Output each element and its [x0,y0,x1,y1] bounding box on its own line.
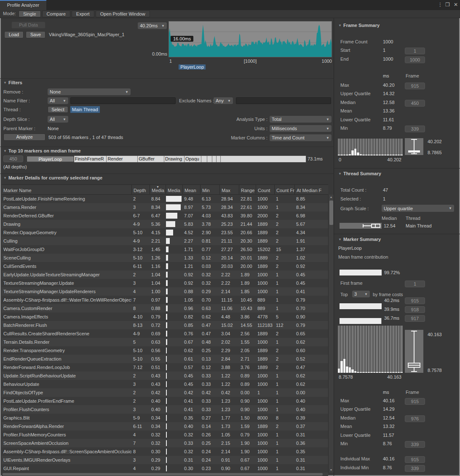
column-header-depth[interactable]: Depth [131,185,150,194]
pull-data-button[interactable]: Pull Data [11,21,45,29]
name-filter-mode-dropdown[interactable]: All▼ [48,97,68,104]
graph-scale-dropdown[interactable]: Upper quartile▼ [382,205,454,212]
table-row[interactable]: Culling4-92.212.270.8121.1120.30188921.9… [2,237,328,245]
table-row[interactable]: GUI.Repaint40.290.300.230.900.67100010.3… [2,464,328,473]
column-header-count-fra[interactable]: Count Fra [274,185,294,194]
top10-segment[interactable] [207,156,212,162]
table-row[interactable]: ScreenSpaceAmbientOcclusion70.320.330.25… [2,439,328,447]
top10-frame-badge[interactable]: 450 [3,155,23,162]
kebab-menu-icon[interactable]: ⋮ [438,2,443,8]
column-header-range[interactable]: Range [239,185,256,194]
analyze-button[interactable]: Analyze [3,134,45,141]
table-row[interactable]: Camera.ImageEffects4-100.790.820.624.483… [2,313,328,321]
goto-frame-button[interactable]: 915 [405,297,425,304]
column-header-min[interactable]: Min [200,185,219,194]
tab-profile-analyzer[interactable]: Profile Analyzer [0,0,46,10]
table-row[interactable]: WaitForJobGroupID3-121.451.710.7727.2726… [2,245,328,254]
remove-dropdown[interactable]: None▼ [48,88,131,95]
top10-segment-render[interactable]: Render [107,156,138,162]
table-row[interactable]: Camera.Render38.348.975.7328.3422.611000… [2,203,328,211]
goto-frame-button[interactable]: 339 [405,465,425,472]
table-horizontal-scrollbar[interactable] [2,473,328,476]
table-row[interactable]: EarlyUpdate.UpdateTextureStreamingManage… [2,270,328,279]
timeline-selected-marker-label[interactable]: PlayerLoop [179,64,206,70]
table-row[interactable]: SceneCulling5-101.261.330.1220.1420.0118… [2,254,328,262]
marker-summary-header[interactable]: ▼Marker Summary [338,237,381,242]
table-row[interactable]: RenderDeferred.GBuffer6-76.477.074.0343.… [2,211,328,220]
mode-button-export[interactable]: Export [72,11,94,17]
top10-header[interactable]: ▼Top 10 markers on median frame [3,148,81,153]
load-button[interactable]: Load [4,31,24,38]
table-row[interactable]: Drawing4-95.365.833.7825.2321.44188925.6… [2,220,328,228]
goto-frame-button[interactable]: 450 [405,100,425,107]
table-row[interactable]: FindObjectsOfType20.420.420.420.420.0011… [2,388,328,397]
frame-summary-header[interactable]: ▼Frame Summary [338,23,380,28]
scroll-up-icon[interactable]: ▲ [329,195,334,200]
table-row[interactable]: PostLateUpdate.ProfilerEndFrame20.400.41… [2,397,328,405]
top-n-dropdown[interactable]: 3▼ [352,291,370,297]
scroll-down-icon[interactable]: ▼ [329,468,334,473]
units-dropdown[interactable]: Milliseconds▼ [270,125,332,132]
table-row[interactable]: PostLateUpdate.FinishFrameRendering28.84… [2,195,328,203]
column-header-mean[interactable]: Mean [182,185,200,194]
column-header-media[interactable]: Media▼ [150,185,166,194]
table-row[interactable]: BatchRenderer.Flush8-130.720.850.4715.02… [2,321,328,329]
maximize-icon[interactable]: ❐ [445,2,450,8]
table-row[interactable]: EndRenderQueueExtraction5-100.550.610.13… [2,355,328,363]
goto-frame-button[interactable]: 915 [405,398,425,405]
table-row[interactable]: Profiler.FlushMemoryCounters40.320.320.2… [2,431,328,439]
table-row[interactable]: TextureStreamingManager.Update31.040.920… [2,279,328,287]
goto-frame-button[interactable]: 339 [405,441,425,448]
top10-segment-finishframer[interactable]: FinishFrameR [74,156,107,162]
table-row[interactable]: Render.OpaqueGeometry5-104.154.522.9023.… [2,228,328,237]
table-row[interactable]: TextureStreamingManager.UpdateRenderers4… [2,287,328,296]
end-frame-button[interactable]: 1000 [405,56,425,63]
table-row[interactable]: Terrain.Details.Render50.630.670.482.021… [2,338,328,346]
exclude-names-input[interactable] [236,97,331,104]
column-header-marker-name[interactable]: Marker Name [2,185,131,194]
mode-button-open-profiler-window[interactable]: Open Profiler Window [96,11,150,17]
table-row[interactable]: Assembly-CSharp-firstpass.dll!::ScreenSp… [2,447,328,456]
table-row[interactable]: RenderForwardAlpha.Render6-110.340.400.1… [2,422,328,431]
table-row[interactable]: BehaviourUpdate30.430.450.331.220.891000… [2,380,328,388]
top10-segment[interactable] [221,156,306,162]
column-header-count[interactable]: Count [256,185,274,194]
top10-segment[interactable] [217,156,221,162]
marker-columns-dropdown[interactable]: Time and Count▼ [270,134,332,141]
scrollbar-thumb[interactable] [3,473,323,476]
goto-frame-button[interactable]: 976 [405,415,425,422]
exclude-mode-dropdown[interactable]: Any▼ [214,97,233,104]
top10-segment[interactable] [212,156,217,162]
table-row[interactable]: CullResults.CreateSharedRendererScene4-9… [2,329,328,338]
top10-segment-playerloop[interactable]: PlayerLoop [27,156,74,162]
table-row[interactable]: Render.TransparentGeometry5-100.560.620.… [2,346,328,355]
timeline-scale-dropdown[interactable]: 40.20ms▼ [138,22,167,29]
top10-segment-opaqu[interactable]: Opaqu [185,156,201,162]
depth-slice-dropdown[interactable]: All▼ [48,116,68,123]
table-vertical-scrollbar[interactable]: ▲ ▼ [328,195,334,473]
top10-segment[interactable] [201,156,207,162]
thread-select-button[interactable]: Select [48,106,68,113]
save-button[interactable]: Save [26,31,45,38]
filters-header[interactable]: ▼Filters [3,80,22,85]
column-header-media[interactable]: Media [166,185,182,194]
name-filter-input[interactable] [70,97,176,104]
goto-frame-button[interactable]: 339 [405,126,425,132]
goto-frame-button[interactable]: 915 [405,83,425,89]
table-row[interactable]: Update.ScriptRunBehaviourUpdate20.430.45… [2,372,328,380]
column-header-max[interactable]: Max [219,185,239,194]
top10-segment-gbuffer[interactable]: GBuffer [138,156,164,162]
goto-frame-button[interactable]: 917 [405,315,425,322]
table-row[interactable]: Assembly-CSharp-firstpass.dll!::WaterTil… [2,296,328,304]
table-row[interactable]: Profiler.FlushCounters30.400.410.331.230… [2,405,328,414]
goto-frame-button[interactable]: 915 [405,456,425,463]
close-icon[interactable]: ✕ [454,2,458,8]
marker-details-header[interactable]: ▼Marker Details for currently selected r… [3,175,102,180]
table-row[interactable]: Graphics.Blit5-90.340.350.271.771.508000… [2,414,328,422]
first-frame-button[interactable]: 1 [405,281,425,287]
start-frame-button[interactable]: 1 [405,48,425,54]
top10-segment-drawing[interactable]: Drawing [164,156,185,162]
column-header-at-median-f[interactable]: At Median F [294,185,326,194]
goto-frame-button[interactable]: 918 [405,306,425,313]
table-row[interactable]: RenderForward.RenderLoopJob7-120.510.570… [2,363,328,372]
